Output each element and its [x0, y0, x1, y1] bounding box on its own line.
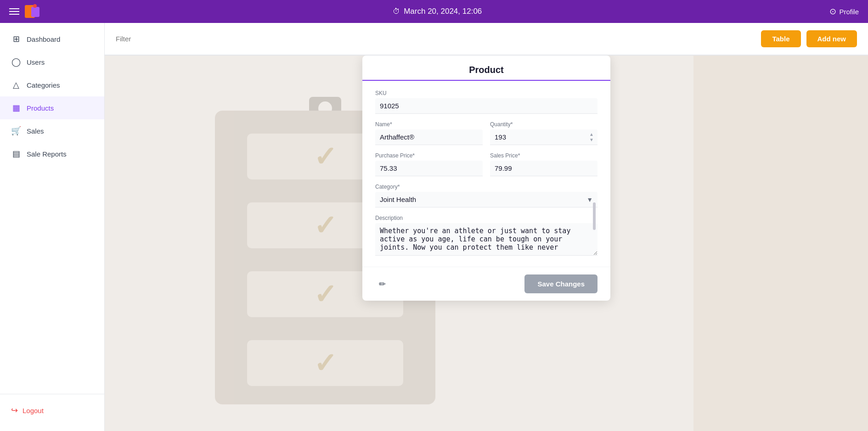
category-select-wrapper: Joint Health Vitamins Supplements Minera…	[375, 192, 597, 207]
save-changes-button[interactable]: Save Changes	[524, 274, 597, 293]
sidebar-item-label: Dashboard	[27, 35, 60, 43]
description-label: Description	[375, 215, 597, 221]
products-icon: ▦	[11, 103, 21, 113]
purchase-price-field: Purchase Price*	[375, 152, 483, 176]
form-footer: ✏ Save Changes	[362, 267, 610, 301]
logout-icon: ↪	[11, 405, 18, 415]
quantity-up-arrow[interactable]: ▲	[589, 132, 594, 137]
sku-label: SKU	[375, 90, 597, 96]
edit-button[interactable]: ✏	[375, 275, 389, 293]
category-label: Category*	[375, 184, 597, 190]
sidebar-item-dashboard[interactable]: ⊞ Dashboard	[0, 28, 104, 50]
logout-label: Logout	[23, 407, 44, 414]
quantity-down-arrow[interactable]: ▼	[589, 137, 594, 143]
category-field: Category* Joint Health Vitamins Suppleme…	[375, 184, 597, 207]
quantity-field: Quantity* ▲ ▼	[490, 121, 597, 145]
profile-icon: ⊙	[829, 6, 836, 17]
clock-icon: ⏱	[393, 7, 400, 16]
sales-price-label: Sales Price*	[490, 152, 597, 159]
categories-icon: △	[11, 80, 21, 90]
category-select[interactable]: Joint Health Vitamins Supplements Minera…	[375, 192, 597, 207]
sidebar-item-categories[interactable]: △ Categories	[0, 73, 104, 96]
modal-overlay: Product SKU Name*	[105, 56, 868, 431]
sidebar-item-label: Sales	[27, 127, 44, 135]
sidebar-item-label: Users	[27, 58, 45, 66]
sales-price-field: Sales Price*	[490, 152, 597, 176]
purchase-price-label: Purchase Price*	[375, 152, 483, 159]
app-header: ⏱ March 20, 2024, 12:06 ⊙ Profile	[0, 0, 868, 23]
form-title: Product	[375, 65, 597, 75]
sidebar-item-label: Categories	[27, 81, 60, 89]
name-field: Name*	[375, 121, 483, 145]
name-input[interactable]	[375, 129, 483, 145]
add-new-button[interactable]: Add new	[806, 30, 857, 47]
quantity-stepper[interactable]: ▲ ▼	[589, 132, 594, 143]
form-body: SKU Name* Quantity*	[362, 81, 610, 267]
quantity-input[interactable]	[490, 129, 597, 145]
description-field: Description Whether you're an athlete or…	[375, 215, 597, 257]
sidebar-item-sales[interactable]: 🛒 Sales	[0, 119, 104, 142]
sales-price-input[interactable]	[490, 161, 597, 176]
sidebar-item-users[interactable]: ◯ Users	[0, 50, 104, 73]
name-quantity-row: Name* Quantity* ▲ ▼	[375, 121, 597, 145]
sidebar-item-label: Products	[27, 104, 54, 112]
illustration-area: ✓ ✓ ✓ ✓	[105, 56, 868, 431]
datetime-text: March 20, 2024, 12:06	[404, 7, 482, 16]
profile-label: Profile	[839, 8, 859, 16]
sidebar-item-products[interactable]: ▦ Products	[0, 96, 104, 119]
hamburger-menu[interactable]	[9, 8, 19, 15]
logout-button[interactable]: ↪ Logout	[0, 399, 104, 422]
price-row: Purchase Price* Sales Price*	[375, 152, 597, 176]
description-input[interactable]: Whether you're an athlete or just want t…	[375, 223, 597, 256]
sidebar-item-sale-reports[interactable]: ▤ Sale Reports	[0, 142, 104, 165]
content-area: Table Add new ✓ ✓	[105, 23, 868, 431]
sku-input[interactable]	[375, 98, 597, 114]
edit-icon: ✏	[379, 280, 386, 289]
name-label: Name*	[375, 121, 483, 128]
datetime-display: ⏱ March 20, 2024, 12:06	[393, 7, 482, 16]
app-logo	[25, 4, 45, 19]
resize-handle	[593, 202, 596, 230]
table-button[interactable]: Table	[761, 30, 800, 47]
filter-input[interactable]	[116, 35, 755, 43]
purchase-price-input[interactable]	[375, 161, 483, 176]
sidebar-item-label: Sale Reports	[27, 150, 67, 158]
sales-icon: 🛒	[11, 126, 21, 136]
dashboard-icon: ⊞	[11, 34, 21, 44]
sku-field: SKU	[375, 90, 597, 114]
sale-reports-icon: ▤	[11, 149, 21, 159]
sidebar: ⊞ Dashboard ◯ Users △ Categories ▦ Produ…	[0, 23, 105, 431]
top-bar: Table Add new	[105, 23, 868, 56]
form-header: Product	[362, 56, 610, 81]
users-icon: ◯	[11, 57, 21, 67]
quantity-label: Quantity*	[490, 121, 597, 128]
product-form: Product SKU Name*	[362, 56, 610, 301]
profile-button[interactable]: ⊙ Profile	[829, 6, 859, 17]
